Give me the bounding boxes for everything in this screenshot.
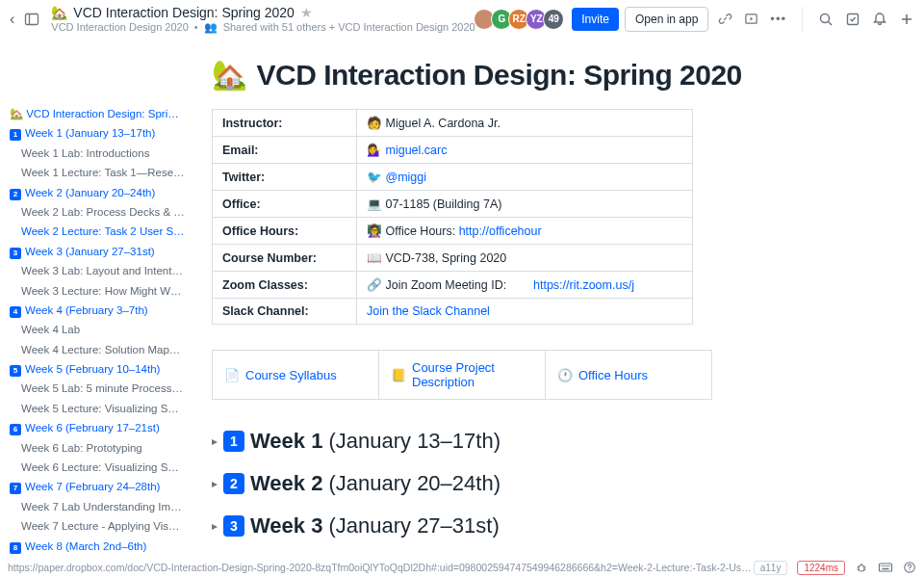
timing-pill[interactable]: 1224ms [797,561,845,575]
sidebar-item[interactable]: Week 5 Lecture: Visualizing Solutions [8,399,187,418]
keyboard-icon[interactable] [878,561,893,574]
topbar: ‹ 🏡 VCD Interaction Design: Spring 2020 … [0,0,924,39]
sidebar-week[interactable]: 4Week 4 (February 3–7th) [8,301,187,320]
sidebar-week[interactable]: 7Week 7 (February 24–28th) [8,477,187,496]
sidebar-week[interactable]: 3Week 3 (January 27–31st) [8,242,187,261]
sidebar-item[interactable]: Week 3 Lab: Layout and Intentionality in… [8,261,187,280]
card-emoji: 📄 [224,368,240,382]
search-icon[interactable] [818,12,834,27]
info-row: Twitter:🐦 @miggi [213,164,693,191]
info-link[interactable]: https://rit.zoom.us/j [533,278,634,292]
sidebar-item[interactable]: Week 2 Lab: Process Decks & Introductio… [8,202,187,222]
card-emoji: 📒 [391,368,406,382]
doc-card[interactable]: 📄Course Syllabus [213,351,378,399]
sidebar-week[interactable]: 1Week 1 (January 13–17th) [8,123,187,143]
avatars[interactable]: GRZYZ49 [477,9,564,30]
week-dates: (January 20–24th) [328,471,500,496]
svg-line-4 [829,21,833,25]
breadcrumb-parent[interactable]: VCD Interaction Design 2020 [51,21,188,33]
sidebar-item[interactable]: Week 5 Lab: 5 minute Process Presentati… [8,379,187,398]
sidebar-week[interactable]: 2Week 2 (January 20–24th) [8,183,187,202]
plus-icon[interactable] [899,12,914,27]
info-value: 💁‍♀️ miguel.carc [357,137,693,164]
info-label: Slack Channel: [213,299,357,325]
avatar[interactable]: 49 [543,9,564,30]
sidebar-item[interactable]: Week 4 Lecture: Solution Mapping [8,340,187,359]
sidebar-toggle-icon[interactable] [24,12,39,27]
week-heading[interactable]: ▸3Week 3 (January 27–31st) [212,513,895,539]
info-label: Instructor: [213,110,357,137]
bell-icon[interactable] [872,12,887,27]
tasks-icon[interactable] [845,12,860,27]
info-label: Office Hours: [213,218,357,245]
a11y-pill[interactable]: a11y [754,561,788,575]
caret-icon: ▸ [212,477,218,490]
back-button[interactable]: ‹ [10,11,14,28]
week-title: Week 2 [250,471,322,496]
info-table: Instructor:🧑 Miguel A. Cardona Jr.Email:… [212,109,693,325]
help-icon[interactable] [903,561,916,574]
info-link[interactable]: @miggi [385,171,426,184]
bug-icon[interactable] [855,561,868,574]
workspace: 🏡 VCD Interaction Design: Spring 20201We… [0,39,924,559]
present-icon[interactable] [744,12,758,26]
invite-button[interactable]: Invite [572,8,619,31]
doc-card[interactable]: 🕐Office Hours [545,351,711,399]
week-num: 3 [223,515,244,537]
sidebar-week[interactable]: 6Week 6 (February 17–21st) [8,418,187,437]
card-label: Office Hours [578,368,648,382]
sidebar-week[interactable]: 8Week 8 (March 2nd–6th) [8,537,187,556]
info-row: Course Number:📖 VCD-738, Spring 2020 [213,245,693,272]
star-icon[interactable]: ★ [300,5,313,20]
info-link[interactable]: Join the Slack Channel [367,304,490,318]
link-icon[interactable] [718,12,732,26]
sidebar-item[interactable]: Week 4 Lab [8,320,187,339]
sidebar-item[interactable]: Week 6 Lecture: Visualizing Solutions Pt… [8,458,187,477]
main: 🏡 VCD Interaction Design: Spring 2020 In… [192,39,924,559]
sidebar-item[interactable]: Week 2 Lecture: Task 2 User Storytelling [8,222,187,241]
topbar-actions: ••• [718,7,914,32]
title-block: 🏡 VCD Interaction Design: Spring 2020 ★ … [51,5,477,34]
open-in-app-button[interactable]: Open in app [625,7,708,32]
info-value: 👩‍🏫 Office Hours: http://officehour [357,218,693,245]
info-value: 🐦 @miggi [357,164,693,191]
info-label: Email: [213,137,357,164]
status-right: a11y 1224ms [754,561,916,575]
svg-point-22 [909,569,910,570]
more-icon[interactable]: ••• [770,12,786,26]
doc-emoji: 🏡 [51,5,67,20]
sidebar-item[interactable]: Week 1 Lab: Introductions [8,144,187,163]
page-title: 🏡 VCD Interaction Design: Spring 2020 [212,58,895,92]
info-label: Course Number: [213,245,357,272]
sidebar-item[interactable]: Week 3 Lecture: How Might We's / Com… [8,281,187,301]
week-heading[interactable]: ▸2Week 2 (January 20–24th) [212,471,895,496]
status-url: https://paper.dropbox.com/doc/VCD-Intera… [8,562,754,573]
breadcrumb-shared[interactable]: Shared with 51 others + VCD Interaction … [223,21,475,33]
info-value: 🧑 Miguel A. Cardona Jr. [357,110,693,137]
info-link[interactable]: miguel.carc [385,144,447,157]
breadcrumb: VCD Interaction Design 2020 • 👥 Shared w… [51,21,477,34]
svg-rect-14 [880,564,892,571]
svg-point-3 [821,13,830,22]
card-label: Course Syllabus [245,368,337,382]
week-num: 1 [223,431,244,452]
nav-icons: ‹ [10,11,39,28]
sidebar-root[interactable]: 🏡 VCD Interaction Design: Spring 2020 [8,104,187,123]
doc-card[interactable]: 📒Course Project Description [378,351,545,399]
card-emoji: 🕐 [557,368,573,382]
info-value: 🔗 Join Zoom Meeting ID: https://rit.zoom… [357,272,693,299]
sidebar-item[interactable]: Week 1 Lecture: Task 1—Research & Disc… [8,163,187,182]
info-label: Zoom Classes: [213,272,357,299]
week-dates: (January 27–31st) [328,513,499,539]
sidebar-week[interactable]: 5Week 5 (February 10–14th) [8,359,187,379]
sidebar-item[interactable]: Week 7 Lecture - Applying Visual Designs [8,516,187,536]
info-link[interactable]: http://officehour [459,224,542,238]
sidebar-item[interactable]: Week 6 Lab: Prototyping [8,438,187,458]
week-heading[interactable]: ▸1Week 1 (January 13–17th) [212,429,895,454]
doc-title[interactable]: VCD Interaction Design: Spring 2020 [73,5,295,20]
sidebar-item[interactable]: Week 7 Lab Understanding Images and … [8,497,187,516]
week-title: Week 1 [250,429,322,454]
people-icon: 👥 [204,21,218,34]
info-value: Join the Slack Channel [357,299,693,325]
card-row: 📄Course Syllabus📒Course Project Descript… [212,350,712,400]
